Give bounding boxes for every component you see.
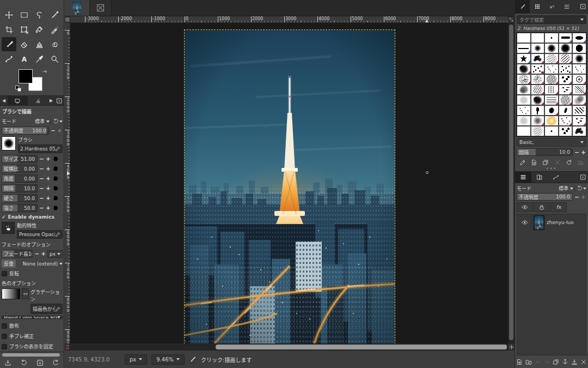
fade-decrease[interactable]: − xyxy=(34,250,40,257)
brush-name-field[interactable]: 2.Hardness 050 xyxy=(18,144,63,153)
spacing-decrease[interactable]: − xyxy=(574,149,580,156)
decrease-button[interactable]: − xyxy=(39,185,45,192)
tabs-scroll-left-icon[interactable]: ◀ xyxy=(0,96,8,105)
fade-unit-select[interactable]: px xyxy=(47,250,63,258)
decrease-button[interactable]: − xyxy=(39,204,45,212)
reset-icon[interactable] xyxy=(52,176,59,182)
vertical-ruler[interactable]: 0100020003000400050006000700080009000 xyxy=(65,23,70,343)
brush-swatch[interactable] xyxy=(517,43,531,53)
fade-increase[interactable]: + xyxy=(40,250,46,257)
tab-brushes[interactable] xyxy=(515,0,530,13)
brush-swatch[interactable] xyxy=(559,33,573,43)
link-icon[interactable] xyxy=(60,176,63,182)
vscroll-thumb[interactable] xyxy=(509,25,513,340)
tool-eraser[interactable] xyxy=(17,37,32,51)
brush-swatch[interactable] xyxy=(531,33,545,43)
brush-swatch[interactable] xyxy=(544,33,559,43)
brush-swatch[interactable] xyxy=(517,105,531,116)
tool-rectangle-select[interactable] xyxy=(17,8,32,22)
decrease-button[interactable]: − xyxy=(39,175,45,182)
repeat-select[interactable]: None (extend) xyxy=(22,261,63,267)
brush-swatch[interactable] xyxy=(559,95,573,105)
opacity-decrease[interactable]: − xyxy=(50,127,56,134)
tool-crop[interactable] xyxy=(2,22,16,37)
brush-swatch[interactable] xyxy=(517,64,531,74)
brush-swatch[interactable] xyxy=(531,43,545,53)
enable-dynamics-row[interactable]: ✓ Enable dynamics xyxy=(2,214,63,220)
brush-swatch[interactable] xyxy=(517,116,531,126)
mode-select[interactable]: 標準 xyxy=(35,118,50,125)
blend-color-space-select[interactable]: Blend Color Space 知覚的… xyxy=(2,316,63,319)
lock-visibility-toggle[interactable] xyxy=(517,202,533,212)
link-icon[interactable] xyxy=(60,185,63,192)
brush-swatch[interactable] xyxy=(531,64,545,74)
tab-layers[interactable] xyxy=(515,172,531,183)
checkbox[interactable] xyxy=(2,344,7,349)
brush-swatch[interactable] xyxy=(559,74,573,85)
brush-swatch[interactable] xyxy=(572,64,586,74)
tool-smudge[interactable] xyxy=(47,37,62,51)
brush-swatch[interactable] xyxy=(544,53,559,64)
horizontal-ruler[interactable]: -3000-2000-10000100020003000400050006000… xyxy=(70,16,508,23)
tab-gradients[interactable] xyxy=(559,0,574,13)
gradient-field[interactable]: 描画色から xyxy=(30,304,63,314)
anchor-layer[interactable] xyxy=(561,358,569,366)
layer-visibility-icon[interactable] xyxy=(518,215,531,230)
brush-swatch[interactable] xyxy=(559,53,573,64)
tool-transform[interactable] xyxy=(17,22,32,37)
option-slider[interactable]: 硬さ 50.0 xyxy=(2,194,38,202)
ruler-corner-button[interactable] xyxy=(65,16,70,23)
reverse-gradient-button[interactable] xyxy=(22,288,29,299)
layer-mode-reset[interactable] xyxy=(574,185,586,191)
reset-icon[interactable] xyxy=(52,166,59,172)
dock-menu-icon[interactable] xyxy=(55,96,64,105)
tool-clone[interactable] xyxy=(32,37,47,51)
checkbox[interactable] xyxy=(2,323,7,329)
left-dock-hscrollbar[interactable] xyxy=(2,353,60,357)
gradient-preview[interactable] xyxy=(2,288,20,299)
increase-button[interactable]: + xyxy=(45,204,51,212)
brush-tag-search[interactable]: タグで検索 xyxy=(517,15,586,24)
quick-mask-button[interactable] xyxy=(65,343,70,351)
brush-swatch[interactable] xyxy=(572,116,586,126)
link-icon[interactable] xyxy=(60,166,63,172)
decrease-button[interactable]: − xyxy=(39,165,45,172)
brush-swatch[interactable] xyxy=(572,105,586,116)
lock-pixels-toggle[interactable] xyxy=(534,202,550,212)
brush-swatch[interactable] xyxy=(531,53,545,64)
brush-swatch[interactable] xyxy=(572,85,586,95)
reset-icon[interactable] xyxy=(52,156,59,162)
brush-swatch[interactable] xyxy=(559,116,573,126)
image-tab-active[interactable] xyxy=(65,0,90,16)
restore-preset[interactable] xyxy=(19,358,29,367)
edit-brush[interactable] xyxy=(518,158,527,167)
link-icon[interactable] xyxy=(60,205,63,212)
tool-airbrush[interactable] xyxy=(47,22,62,37)
canvas-image[interactable] xyxy=(185,30,395,343)
tool-bucket-fill[interactable] xyxy=(32,22,47,37)
checkbox[interactable] xyxy=(2,334,7,339)
brush-swatch[interactable] xyxy=(572,126,586,136)
layer-name[interactable]: zhenyu-luo xyxy=(547,220,574,225)
brush-preview[interactable] xyxy=(2,136,16,150)
lower-layer[interactable] xyxy=(543,358,551,366)
layer-mode-select[interactable]: 標準 xyxy=(559,185,573,192)
tab-tool-options[interactable] xyxy=(8,96,28,105)
tool-move[interactable] xyxy=(2,8,16,22)
option-slider[interactable]: 角度 0.00 xyxy=(2,174,38,183)
tool-measure[interactable] xyxy=(47,8,62,22)
increase-button[interactable]: + xyxy=(45,185,51,192)
brush-swatch[interactable] xyxy=(572,53,586,64)
option-checkbox-row[interactable]: ブラシの表示を固定 xyxy=(2,342,63,351)
option-slider[interactable]: 縦横比 0.00 xyxy=(2,165,38,173)
image-tab-empty[interactable] xyxy=(90,0,112,16)
refresh-brushes[interactable] xyxy=(565,158,573,167)
brush-swatch[interactable] xyxy=(531,74,545,85)
brush-swatch[interactable] xyxy=(572,33,586,43)
brush-swatch[interactable] xyxy=(572,43,586,53)
horizontal-scrollbar[interactable] xyxy=(70,343,508,351)
increase-button[interactable]: + xyxy=(45,195,51,202)
swap-colors-icon[interactable] xyxy=(41,69,48,76)
tab-patterns[interactable] xyxy=(530,0,544,13)
brush-swatch[interactable] xyxy=(544,74,559,85)
